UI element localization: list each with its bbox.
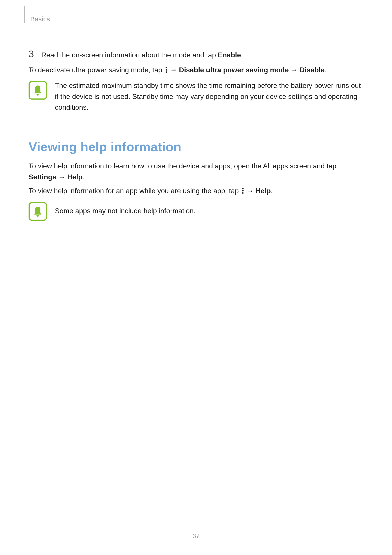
svg-point-3 bbox=[242, 188, 243, 189]
deactivate-suffix: . bbox=[325, 66, 327, 74]
help-paragraph-2: To view help information for an app whil… bbox=[29, 185, 364, 197]
deactivate-prefix: To deactivate ultra power saving mode, t… bbox=[29, 66, 164, 74]
step-3-row: 3 Read the on-screen information about t… bbox=[29, 49, 364, 61]
page-content: Basics 3 Read the on-screen information … bbox=[0, 0, 392, 221]
help2-arrow: → bbox=[247, 187, 256, 195]
help-paragraph-1: To view help information to learn how to… bbox=[29, 161, 364, 183]
notification-bell-icon bbox=[29, 202, 47, 221]
step-number: 3 bbox=[29, 49, 36, 59]
svg-point-5 bbox=[242, 192, 243, 194]
help2-suffix: . bbox=[271, 187, 273, 195]
section-title: Viewing help information bbox=[29, 139, 364, 154]
svg-point-0 bbox=[166, 67, 167, 68]
step3-prefix: Read the on-screen information about the… bbox=[41, 51, 218, 59]
chapter-label: Basics bbox=[30, 15, 364, 23]
deactivate-bold2: Disable bbox=[299, 66, 325, 74]
step3-bold: Enable bbox=[218, 51, 241, 59]
header-divider bbox=[24, 6, 25, 23]
more-options-icon bbox=[165, 67, 167, 73]
help1-arrow: → bbox=[56, 173, 67, 181]
notification-bell-icon bbox=[29, 81, 47, 100]
help1-suffix: . bbox=[82, 173, 84, 181]
deactivate-arrow1: → bbox=[170, 66, 179, 74]
note-1-text: The estimated maximum standby time shows… bbox=[55, 80, 364, 113]
deactivate-paragraph: To deactivate ultra power saving mode, t… bbox=[29, 65, 364, 76]
help1-bold2: Help bbox=[67, 173, 82, 181]
help2-bold: Help bbox=[256, 187, 271, 195]
note-1: The estimated maximum standby time shows… bbox=[29, 80, 364, 113]
note-2: Some apps may not include help informati… bbox=[29, 201, 364, 221]
step-3-text: Read the on-screen information about the… bbox=[41, 50, 243, 61]
svg-point-1 bbox=[166, 69, 167, 70]
help2-prefix: To view help information for an app whil… bbox=[29, 187, 241, 195]
deactivate-arrow2: → bbox=[289, 66, 300, 74]
page-number: 37 bbox=[0, 533, 392, 540]
note-2-text: Some apps may not include help informati… bbox=[55, 205, 195, 217]
deactivate-bold1: Disable ultra power saving mode bbox=[179, 66, 289, 74]
help1-prefix: To view help information to learn how to… bbox=[29, 162, 336, 170]
more-options-icon bbox=[242, 188, 244, 194]
svg-point-2 bbox=[166, 71, 167, 73]
help1-bold1: Settings bbox=[29, 173, 56, 181]
step3-suffix: . bbox=[241, 51, 243, 59]
svg-point-4 bbox=[242, 190, 243, 191]
